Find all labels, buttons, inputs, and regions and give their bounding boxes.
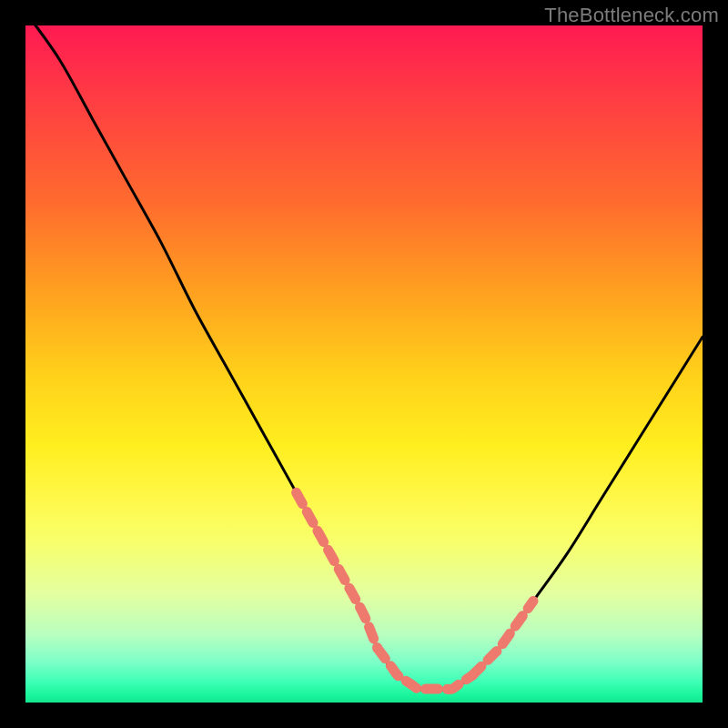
chart-frame: TheBottleneck.com [0, 0, 728, 728]
curve-svg [25, 25, 703, 703]
highlight-segment [472, 601, 533, 675]
plot-area [25, 25, 703, 703]
highlight-segment [297, 492, 378, 648]
highlight-group [297, 492, 533, 689]
highlight-segment [378, 648, 472, 689]
bottleneck-line [25, 12, 703, 690]
watermark-label: TheBottleneck.com [544, 4, 719, 27]
